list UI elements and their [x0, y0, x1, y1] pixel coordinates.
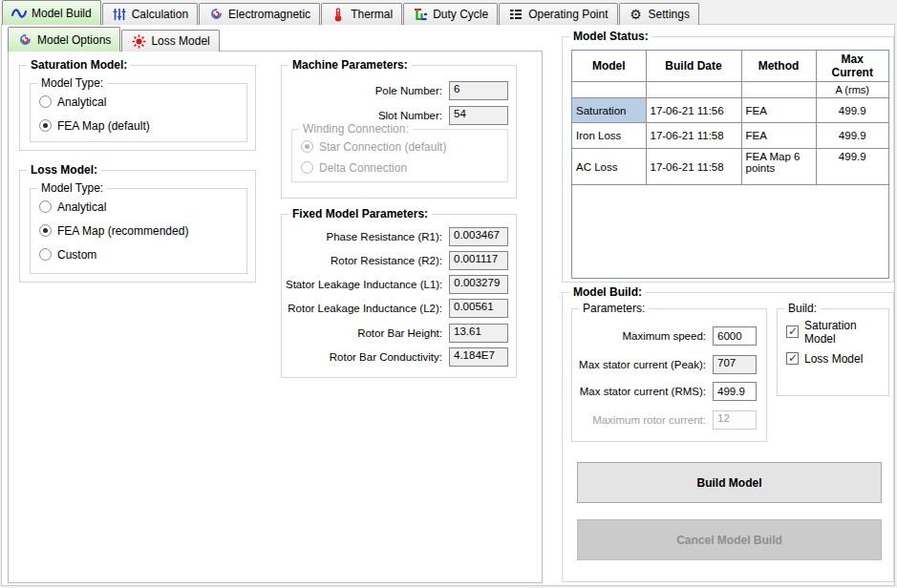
field-label: Max stator current (RMS):: [576, 386, 706, 397]
sliders-icon: [112, 8, 127, 22]
rotor-bar-conductivity-row: Rotor Bar Conductivity: 4.184E7: [286, 347, 508, 367]
group-title: Model Type:: [37, 181, 107, 195]
max-current-cell[interactable]: 499.9: [816, 98, 888, 123]
radio-icon: [301, 140, 313, 153]
field-label: Max stator current (Peak):: [576, 359, 706, 370]
radio-loss-custom[interactable]: Custom: [39, 247, 96, 262]
group-title: Parameters:: [579, 302, 649, 315]
table-row-saturation[interactable]: Saturation 17-06-21 11:56 FEA 499.9: [572, 98, 888, 123]
checkbox-label: Loss Model: [804, 352, 863, 366]
rotor-resistance-row: Rotor Resistance (R2): 0.001117: [286, 251, 508, 270]
table-empty-area: [572, 185, 888, 279]
main-tabbar: Model Build Calculation Electromagnetic …: [0, 0, 897, 25]
machine-parameters-group: Machine Parameters: Pole Number: 6 Slot …: [281, 65, 517, 199]
phase-resistance-row: Phase Resistance (R1): 0.003467: [286, 227, 508, 246]
tab-label: Model Build: [32, 7, 92, 20]
radio-label: Custom: [57, 248, 96, 262]
slot-number-field: 54: [449, 106, 508, 125]
tab-duty-cycle[interactable]: Duty Cycle: [403, 3, 498, 25]
rotor-leakage-field: 0.00561: [449, 299, 508, 318]
radio-label: FEA Map (recommended): [57, 224, 188, 238]
tab-loss-model[interactable]: Loss Model: [121, 30, 219, 52]
method-cell[interactable]: FEA: [741, 123, 816, 149]
tab-electromagnetic[interactable]: Electromagnetic: [199, 3, 320, 25]
radio-icon: [39, 224, 52, 237]
group-title: Model Type:: [37, 76, 107, 90]
max-stator-current-rms-row: Max stator current (RMS):: [576, 382, 757, 401]
maximum-rotor-current-row: Maximum rotor current: 12: [576, 410, 757, 430]
tab-label: Duty Cycle: [433, 8, 488, 21]
table-units-row: A (rms): [572, 82, 888, 98]
checkbox-loss-model[interactable]: ✓ Loss Model: [786, 351, 863, 366]
duty-cycle-icon: [413, 8, 428, 22]
max-stator-current-rms-input[interactable]: [713, 382, 757, 401]
field-label: Rotor Bar Height:: [286, 327, 442, 339]
build-date-cell[interactable]: 17-06-21 11:58: [646, 149, 741, 185]
max-stator-current-peak-row: Max stator current (Peak): 707: [576, 355, 757, 374]
model-status-group: Model Status: Model Build Date Method Ma…: [562, 36, 894, 283]
checkbox-icon: ✓: [786, 352, 799, 365]
radio-label: FEA Map (default): [57, 119, 150, 133]
rotor-resistance-field: 0.001117: [449, 251, 508, 270]
table-row-ac-loss[interactable]: AC Loss 17-06-21 11:58 FEA Map 6 points …: [572, 149, 888, 185]
tab-label: Loss Model: [151, 34, 209, 48]
radio-star-connection: Star Connection (default): [301, 139, 446, 154]
tab-label: Operating Point: [528, 8, 608, 21]
radio-icon: [39, 119, 52, 132]
sub-tabbar: Model Options Loss Model: [8, 27, 221, 52]
loss-model-type-group: Model Type: Analytical FEA Map (recommen…: [30, 188, 247, 274]
group-title: Saturation Model:: [27, 58, 131, 72]
radio-delta-connection: Delta Connection: [301, 160, 407, 175]
radio-saturation-fea-map[interactable]: FEA Map (default): [39, 118, 150, 133]
radio-saturation-analytical[interactable]: Analytical: [39, 94, 106, 109]
radio-label: Delta Connection: [319, 161, 407, 175]
build-model-button[interactable]: Build Model: [577, 462, 882, 503]
max-current-cell[interactable]: 499.9: [816, 123, 888, 149]
phase-resistance-field: 0.003467: [449, 227, 508, 246]
checkbox-label: Saturation Model: [804, 319, 888, 346]
tab-label: Model Options: [37, 33, 111, 47]
tab-model-build[interactable]: Model Build: [2, 0, 101, 25]
field-label: Maximum speed:: [576, 330, 706, 342]
checkbox-icon: ✓: [786, 326, 799, 338]
fixed-model-parameters-group: Fixed Model Parameters: Phase Resistance…: [281, 214, 517, 378]
build-options-group: Build: ✓ Saturation Model ✓ Loss Model: [777, 308, 889, 396]
max-current-cell[interactable]: 499.9: [816, 149, 888, 185]
rotor-bar-conductivity-field: 4.184E7: [449, 347, 508, 367]
group-title: Winding Connection:: [299, 122, 413, 136]
method-cell[interactable]: FEA Map 6 points: [741, 149, 816, 185]
maximum-speed-row: Maximum speed:: [576, 326, 757, 346]
model-cell[interactable]: Saturation: [572, 98, 646, 123]
group-title: Loss Model:: [27, 163, 101, 177]
model-cell[interactable]: AC Loss: [572, 149, 646, 185]
model-status-table: Model Build Date Method Max Current A (r…: [571, 50, 889, 279]
field-label: Maximum rotor current:: [576, 414, 706, 426]
table-row-iron-loss[interactable]: Iron Loss 17-06-21 11:58 FEA 499.9: [572, 123, 888, 149]
tab-settings[interactable]: ⚙ Settings: [619, 3, 699, 25]
list-icon: [508, 8, 523, 22]
cancel-model-build-button: Cancel Model Build: [577, 519, 882, 560]
field-label: Pole Number:: [286, 85, 442, 96]
tab-model-options[interactable]: Model Options: [8, 27, 120, 52]
build-date-cell[interactable]: 17-06-21 11:58: [646, 123, 741, 149]
tab-calculation[interactable]: Calculation: [102, 3, 198, 25]
field-label: Rotor Bar Conductivity:: [286, 351, 442, 363]
model-cell[interactable]: Iron Loss: [572, 123, 646, 149]
radio-loss-analytical[interactable]: Analytical: [39, 200, 106, 214]
column-header: Build Date: [646, 51, 741, 82]
maximum-speed-input[interactable]: [713, 326, 757, 346]
tab-operating-point[interactable]: Operating Point: [499, 3, 617, 25]
checkbox-saturation-model[interactable]: ✓ Saturation Model: [786, 325, 888, 339]
tab-label: Settings: [649, 8, 690, 21]
method-cell[interactable]: FEA: [741, 98, 816, 123]
radio-label: Star Connection (default): [319, 140, 446, 154]
radio-icon: [39, 200, 52, 213]
column-header: Max Current: [816, 51, 888, 82]
pole-number-row: Pole Number: 6: [286, 81, 508, 100]
tab-thermal[interactable]: Thermal: [321, 3, 402, 25]
radio-loss-fea-map[interactable]: FEA Map (recommended): [39, 223, 188, 238]
build-date-cell[interactable]: 17-06-21 11:56: [646, 98, 741, 123]
tab-label: Calculation: [132, 8, 188, 21]
max-stator-current-peak-field: 707: [713, 355, 757, 374]
radio-icon: [301, 161, 313, 174]
